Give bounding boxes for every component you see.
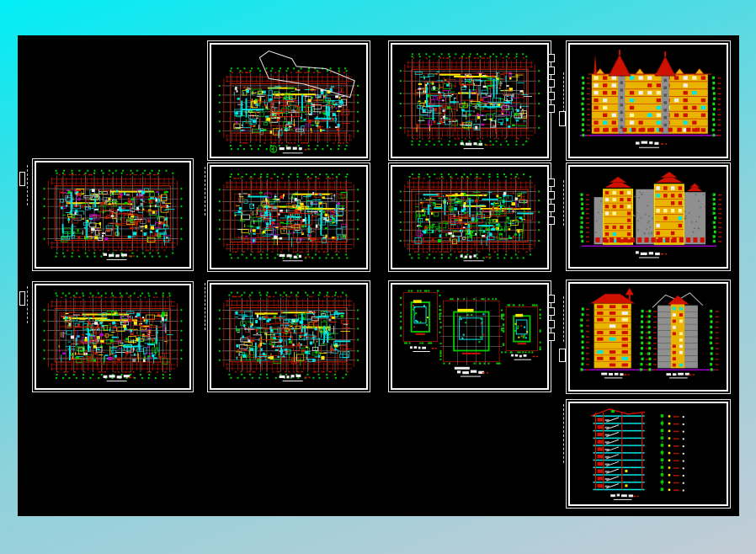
frame-tick-box xyxy=(548,178,555,187)
panel-floor-plan-f[interactable] xyxy=(207,280,370,392)
panel-side-elevations[interactable] xyxy=(566,280,731,394)
panel-border xyxy=(210,43,368,158)
page-background xyxy=(0,0,756,554)
frame-tab-mark xyxy=(19,291,25,306)
fold-mark xyxy=(205,283,205,330)
fold-mark xyxy=(205,167,205,216)
frame-tab-mark xyxy=(19,172,25,186)
fold-mark xyxy=(563,180,564,226)
panel-building-section[interactable] xyxy=(566,399,731,509)
panel-floor-plan-d[interactable] xyxy=(388,162,551,272)
panel-border xyxy=(568,43,728,158)
frame-tick-box xyxy=(548,79,555,88)
frame-tab-mark xyxy=(559,111,566,126)
panel-front-elevation[interactable] xyxy=(566,40,731,161)
panel-floor-plan-c[interactable] xyxy=(207,162,370,272)
frame-tab-mark xyxy=(559,349,566,362)
panel-border xyxy=(391,165,549,269)
panel-floor-plan-e[interactable] xyxy=(32,281,194,392)
panel-drawing xyxy=(212,168,365,267)
panel-floor-plan-a[interactable] xyxy=(388,40,551,161)
cad-model-space[interactable] xyxy=(18,35,739,516)
fold-mark xyxy=(27,286,28,323)
panel-drawing xyxy=(393,45,546,156)
panel-border xyxy=(391,283,549,390)
panel-border xyxy=(568,282,728,392)
panel-border xyxy=(568,402,728,506)
panel-drawing xyxy=(393,285,546,387)
frame-tick-box xyxy=(548,307,555,316)
panel-border xyxy=(568,165,728,269)
fold-mark xyxy=(563,296,564,342)
panel-border xyxy=(391,43,549,158)
fold-mark xyxy=(27,165,28,205)
panel-border xyxy=(35,284,191,390)
panel-border xyxy=(210,165,368,269)
panel-drawing xyxy=(37,286,189,387)
frame-tick-box xyxy=(548,216,555,225)
panel-drawing xyxy=(571,404,726,503)
panel-border xyxy=(210,283,368,390)
fold-mark xyxy=(563,404,564,463)
frame-tick-box xyxy=(548,54,555,62)
panel-drawing xyxy=(37,163,189,266)
panel-drawing xyxy=(393,168,546,267)
frame-tick-box xyxy=(548,204,555,212)
panel-drawing xyxy=(571,168,726,266)
panel-drawing xyxy=(571,45,726,156)
frame-tick-box xyxy=(548,295,555,303)
frame-tick-box xyxy=(548,320,555,328)
panel-roof-site-plan[interactable] xyxy=(207,40,370,161)
frame-tick-box xyxy=(548,191,555,200)
frame-tick-box xyxy=(548,92,555,100)
frame-tick-box xyxy=(548,333,555,341)
panel-drawing xyxy=(212,285,365,387)
panel-border xyxy=(35,161,191,269)
panel-stair-details[interactable] xyxy=(388,280,551,392)
frame-tick-box xyxy=(548,104,555,113)
panel-rear-elevation[interactable] xyxy=(566,162,731,271)
panel-floor-plan-b[interactable] xyxy=(32,158,194,271)
panel-drawing xyxy=(571,285,726,389)
panel-drawing xyxy=(212,45,365,156)
frame-tick-box xyxy=(548,67,555,75)
